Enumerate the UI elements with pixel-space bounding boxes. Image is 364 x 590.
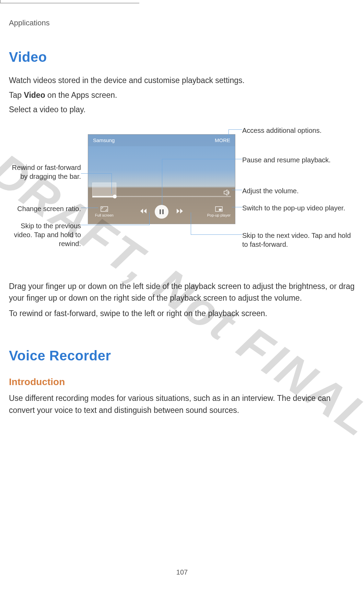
text-pre: Tap bbox=[9, 91, 24, 100]
callout-switch-popup: Switch to the pop-up video player. bbox=[242, 204, 352, 212]
pause-icon bbox=[160, 209, 164, 214]
video-intro-text: Watch videos stored in the device and cu… bbox=[9, 74, 355, 86]
callout-skip-prev: Skip to the previous video. Tap and hold… bbox=[9, 221, 81, 248]
page-rule bbox=[0, 0, 139, 3]
popup-label: Pop-up player bbox=[207, 213, 231, 217]
video-player-screenshot: Samsung MORE Full screen bbox=[88, 134, 235, 224]
callout-skip-next: Skip to the next video. Tap and hold to … bbox=[242, 231, 352, 249]
lead-line bbox=[111, 173, 112, 194]
screenshot-header: Samsung MORE bbox=[88, 135, 235, 146]
progress-thumb[interactable] bbox=[113, 195, 117, 198]
callout-change-ratio: Change screen ratio. bbox=[9, 204, 81, 213]
screenshot-title: Samsung bbox=[93, 137, 115, 143]
page-number: 107 bbox=[0, 568, 364, 576]
video-select-text: Select a video to play. bbox=[9, 104, 355, 116]
video-tap-text: Tap Video on the Apps screen. bbox=[9, 89, 355, 101]
video-figure: Samsung MORE Full screen bbox=[9, 123, 355, 267]
fullscreen-label: Full screen bbox=[95, 213, 114, 217]
voice-intro-text: Use different recording modes for variou… bbox=[9, 392, 355, 416]
lead-line bbox=[162, 159, 162, 205]
section-heading-voice: Voice Recorder bbox=[9, 348, 355, 363]
screenshot-controls: Full screen Pop-up player bbox=[88, 200, 235, 224]
subsection-introduction: Introduction bbox=[9, 377, 355, 387]
section-heading-video: Video bbox=[9, 49, 355, 65]
lead-line bbox=[228, 129, 229, 140]
pause-button[interactable] bbox=[155, 205, 168, 219]
fullscreen-icon bbox=[101, 206, 108, 212]
video-swipe-text: To rewind or fast-forward, swipe to the … bbox=[9, 308, 355, 320]
lead-line bbox=[191, 212, 191, 235]
lead-line bbox=[81, 225, 150, 225]
skip-next-button[interactable] bbox=[176, 208, 184, 216]
page: Applications Video Watch videos stored i… bbox=[0, 0, 364, 416]
popup-player-button[interactable]: Pop-up player bbox=[207, 206, 231, 217]
callout-adjust-volume: Adjust the volume. bbox=[242, 186, 345, 195]
callout-access-more: Access additional options. bbox=[242, 126, 345, 135]
progress-bar[interactable] bbox=[92, 193, 231, 200]
lead-line bbox=[81, 173, 112, 174]
lead-line bbox=[232, 190, 242, 190]
progress-fill bbox=[92, 196, 114, 197]
lead-line bbox=[232, 207, 242, 207]
lead-line bbox=[81, 208, 98, 208]
chapter-title: Applications bbox=[9, 19, 355, 27]
transport-controls bbox=[140, 205, 184, 219]
more-button[interactable]: MORE bbox=[215, 137, 230, 143]
svg-rect-2 bbox=[219, 209, 222, 211]
lead-line bbox=[149, 212, 150, 225]
text-post: on the Apps screen. bbox=[45, 91, 117, 100]
skip-previous-button[interactable] bbox=[140, 208, 147, 216]
callout-rewind-bar: Rewind or fast-forward by dragging the b… bbox=[9, 163, 81, 181]
lead-line bbox=[228, 129, 242, 130]
callout-pause-resume: Pause and resume playback. bbox=[242, 155, 345, 164]
video-drag-text: Drag your finger up or down on the left … bbox=[9, 280, 355, 304]
text-bold: Video bbox=[24, 91, 45, 100]
lead-line bbox=[162, 159, 242, 159]
lead-line bbox=[191, 234, 242, 235]
popup-icon bbox=[215, 206, 223, 212]
